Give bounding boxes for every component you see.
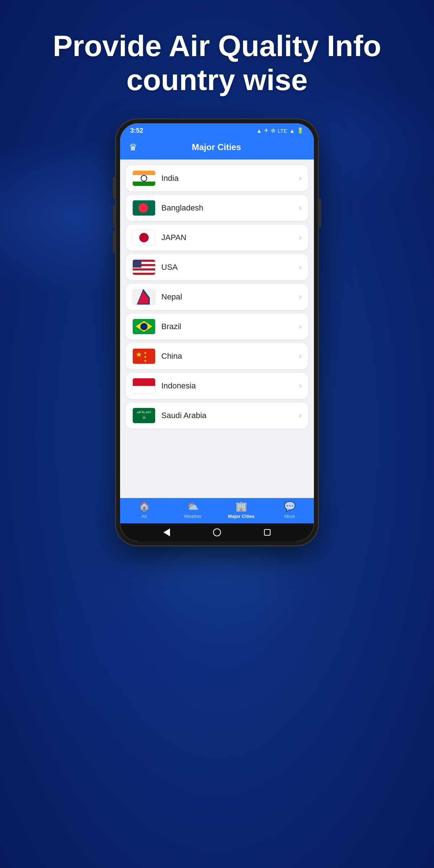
cities-nav-icon: 🏢 [235,501,247,512]
android-nav-bar [120,523,314,541]
nav-label-more: More [284,514,295,519]
country-name-brazil: Brazil [161,322,293,331]
vpn-icon: ⊕ [271,127,276,134]
nav-item-weather[interactable]: ⛅ Weather [169,501,217,519]
flag-indonesia [132,378,156,394]
flag-china: ★ ★ ★ ★ ★ [132,348,156,364]
nav-label-weather: Weather [184,514,202,519]
chevron-icon: › [299,411,302,420]
app-bar-title: Major Cities [143,142,290,152]
chevron-icon: › [299,233,302,242]
chevron-icon: › [299,352,302,361]
air-nav-icon: 🏠 [139,501,150,512]
flag-brazil [132,319,156,335]
flag-india [132,170,156,186]
saudi-sword-icon: ⚔ [142,415,146,420]
chevron-icon: › [299,263,302,272]
list-item[interactable]: Brazil › [126,314,308,340]
nav-item-cities[interactable]: 🏢 Major Cities [217,501,265,519]
crown-icon: ♛ [129,142,137,153]
status-bar: 3:52 ▲ ✈ ⊕ LTE ▲ 🔋 [120,123,314,137]
country-name-japan: JAPAN [161,233,293,242]
phone-mockup: 3:52 ▲ ✈ ⊕ LTE ▲ 🔋 ♛ Major Cities [116,119,318,546]
phone-frame: 3:52 ▲ ✈ ⊕ LTE ▲ 🔋 ♛ Major Cities [116,119,318,546]
list-item[interactable]: Indonesia › [126,373,308,399]
nav-item-more[interactable]: 💬 More [265,501,314,519]
country-name-indonesia: Indonesia [161,381,293,391]
country-name-bangladesh: Bangladesh [161,203,293,213]
nav-item-air[interactable]: 🏠 Air [120,501,169,519]
list-item[interactable]: Bangladesh › [126,195,308,221]
location-icon: ✈ [264,127,269,134]
country-name-usa: USA [161,263,293,272]
status-icons: ▲ ✈ ⊕ LTE ▲ 🔋 [256,127,304,134]
chevron-icon: › [299,381,302,391]
signal-icon: ▲ [289,128,295,134]
china-star-large: ★ [136,351,142,358]
list-item[interactable]: USA › [126,254,308,280]
flag-saudi: لا إله إلا الله ⚔ [132,408,156,424]
chevron-icon: › [299,292,302,302]
app-bar: ♛ Major Cities [120,137,314,159]
phone-screen: 3:52 ▲ ✈ ⊕ LTE ▲ 🔋 ♛ Major Cities [120,123,314,541]
battery-icon: 🔋 [297,127,304,134]
flag-nepal [132,289,156,305]
more-nav-icon: 💬 [284,501,295,512]
country-name-india: India [161,174,293,183]
country-list: India › Bangladesh › [120,159,314,498]
country-name-china: China [161,352,293,361]
chevron-icon: › [299,203,302,213]
bottom-navigation: 🏠 Air ⛅ Weather 🏢 Major Cities 💬 More [120,498,314,523]
saudi-text: لا إله إلا الله [137,411,151,414]
flag-usa [132,259,156,275]
nav-label-cities: Major Cities [228,514,255,519]
list-item[interactable]: ★ ★ ★ ★ ★ China › [126,343,308,369]
country-name-saudi: Saudi Arabia [161,411,293,420]
list-item[interactable]: لا إله إلا الله ⚔ Saudi Arabia › [126,403,308,429]
notification-icon: ▲ [256,128,262,134]
chevron-icon: › [299,322,302,331]
list-item[interactable]: India › [126,165,308,191]
svg-marker-1 [138,291,149,304]
android-back-button[interactable] [163,528,170,536]
android-home-button[interactable] [213,528,221,536]
flag-japan [132,230,156,246]
hero-title: Provide Air Quality Info country wise [53,29,381,97]
hero-section: Provide Air Quality Info country wise [31,29,403,97]
android-recent-button[interactable] [264,529,271,536]
weather-nav-icon: ⛅ [187,501,199,512]
flag-bangladesh [132,200,156,216]
network-label: LTE [278,128,287,134]
list-item[interactable]: JAPAN › [126,225,308,251]
china-stars-small: ★ ★ ★ ★ [144,351,147,364]
status-time: 3:52 [130,127,143,135]
chevron-icon: › [299,174,302,183]
list-item[interactable]: Nepal › [126,284,308,310]
nav-label-air: Air [141,514,147,519]
country-name-nepal: Nepal [161,292,293,302]
